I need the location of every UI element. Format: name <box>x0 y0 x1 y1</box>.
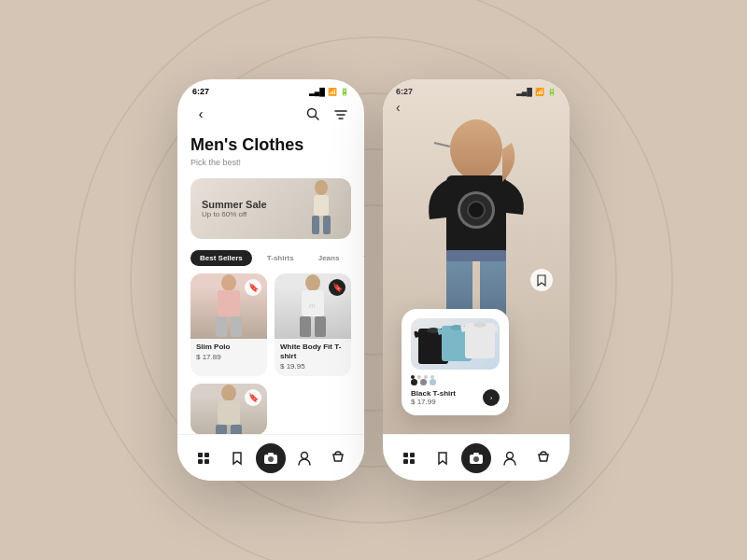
camera-lens[interactable] <box>458 191 495 229</box>
svg-point-23 <box>221 385 236 401</box>
nav-profile-right[interactable] <box>495 443 525 473</box>
status-bar-left: 6:27 ▂▄█ 📶 🔋 <box>177 79 364 100</box>
filter-button[interactable] <box>331 104 351 124</box>
nav-cart-right[interactable] <box>529 443 558 473</box>
signal-icon: ▂▄█ <box>309 88 325 96</box>
tab-best-sellers[interactable]: Best Sellers <box>190 250 252 266</box>
svg-rect-28 <box>204 453 209 457</box>
time-left: 6:27 <box>192 87 209 96</box>
back-button-right[interactable]: ‹ <box>396 100 401 115</box>
svg-point-36 <box>450 119 502 179</box>
wifi-icon-right: 📶 <box>535 88 544 96</box>
bookmark-polo[interactable]: 🔖 <box>245 279 261 296</box>
status-bar-right: 6:27 ▂▄█ 📶 🔋 <box>383 79 570 100</box>
svg-point-47 <box>473 322 486 328</box>
lens-inner <box>467 201 486 219</box>
back-button[interactable]: ‹ <box>190 104 211 124</box>
svg-rect-49 <box>410 453 415 457</box>
products-grid: 🔖 Slim Polo $ 17.89 m 🔖 <box>177 273 364 436</box>
svg-rect-16 <box>216 316 227 337</box>
product-popup: Black T-shirt $ 17.99 › <box>402 309 509 415</box>
category-tabs: Best Sellers T-shirts Jeans Trousers <box>177 246 364 273</box>
svg-rect-12 <box>312 216 319 234</box>
svg-rect-46 <box>465 323 495 358</box>
color-blue[interactable] <box>430 379 436 385</box>
svg-line-6 <box>316 117 319 120</box>
popup-product-image <box>411 318 500 370</box>
nav-right-icons <box>303 104 351 124</box>
svg-rect-30 <box>204 459 209 464</box>
product-card-trousers[interactable]: 🔖 <box>190 384 267 435</box>
svg-rect-51 <box>410 459 415 464</box>
page-title: Men's Clothes <box>190 135 351 156</box>
bookmark-right[interactable] <box>530 269 553 291</box>
svg-rect-48 <box>403 453 408 457</box>
svg-rect-33 <box>268 453 274 455</box>
svg-rect-22 <box>315 316 326 337</box>
svg-text:m: m <box>309 301 316 310</box>
popup-product-name: Black T-shirt <box>411 389 456 398</box>
svg-rect-41 <box>446 250 506 261</box>
product-info-polo: Slim Polo $ 17.89 <box>190 339 267 367</box>
banner-figure <box>303 180 340 236</box>
tab-jeans[interactable]: Jeans <box>309 250 349 266</box>
nav-bookmark[interactable] <box>222 443 252 473</box>
product-price-polo: $ 17.89 <box>196 353 261 361</box>
svg-rect-13 <box>323 216 331 234</box>
svg-rect-11 <box>314 195 329 216</box>
signal-icon-right: ▂▄█ <box>516 88 532 96</box>
svg-point-14 <box>221 274 236 291</box>
battery-icon: 🔋 <box>340 88 349 96</box>
nav-cart[interactable] <box>323 443 353 473</box>
bottom-nav-left <box>177 434 364 481</box>
time-right: 6:27 <box>396 87 413 96</box>
product-name-polo: Slim Polo <box>196 343 261 352</box>
color-black[interactable] <box>411 379 417 385</box>
phone-right: 6:27 ▂▄█ 📶 🔋 ‹ <box>383 79 570 481</box>
bottom-nav-right <box>383 434 570 481</box>
svg-point-53 <box>473 456 479 462</box>
tab-trousers[interactable]: Trousers <box>354 250 364 266</box>
color-gray[interactable] <box>420 379 427 385</box>
svg-rect-21 <box>300 316 311 337</box>
svg-point-55 <box>507 452 514 458</box>
svg-rect-24 <box>218 400 240 425</box>
svg-point-18 <box>305 274 320 291</box>
svg-rect-29 <box>198 459 203 464</box>
nav-profile[interactable] <box>289 443 319 473</box>
nav-camera-right[interactable] <box>461 443 491 473</box>
nav-home-right[interactable] <box>394 443 424 473</box>
wifi-icon: 📶 <box>328 88 337 96</box>
product-card-white[interactable]: m 🔖 White Body Fit T-shirt $ 19.95 <box>275 273 351 377</box>
svg-rect-17 <box>231 316 242 337</box>
page-subtitle: Pick the best! <box>190 158 351 167</box>
product-name-white: White Body Fit T-shirt <box>280 343 345 362</box>
svg-rect-15 <box>218 290 240 316</box>
bookmark-white[interactable]: 🔖 <box>329 279 345 296</box>
banner-title: Summer Sale <box>202 199 267 210</box>
tab-tshirts[interactable]: T-shirts <box>258 250 303 266</box>
nav-home[interactable] <box>189 443 218 473</box>
product-info-white: White Body Fit T-shirt $ 19.95 <box>275 339 351 377</box>
search-button[interactable] <box>303 104 323 124</box>
dot-2 <box>417 375 421 379</box>
phones-container: 6:27 ▂▄█ 📶 🔋 ‹ <box>177 79 570 481</box>
status-icons-left: ▂▄█ 📶 🔋 <box>309 88 349 96</box>
svg-rect-50 <box>403 459 408 464</box>
product-price-white: $ 19.95 <box>280 362 345 371</box>
popup-action-button[interactable]: › <box>483 389 500 406</box>
sale-banner[interactable]: Summer Sale Up to 60% off <box>190 178 351 239</box>
nav-bookmark-right[interactable] <box>428 443 458 473</box>
svg-rect-54 <box>473 453 479 455</box>
nav-camera[interactable] <box>256 443 286 473</box>
svg-point-10 <box>315 180 328 195</box>
banner-text: Summer Sale Up to 60% off <box>202 199 267 218</box>
phone-left: 6:27 ▂▄█ 📶 🔋 ‹ <box>177 79 364 481</box>
banner-subtitle: Up to 60% off <box>202 210 267 218</box>
popup-footer: Black T-shirt $ 17.99 › <box>411 389 500 406</box>
battery-icon-right: 🔋 <box>547 88 557 96</box>
popup-product-details: Black T-shirt $ 17.99 <box>411 389 456 406</box>
page-header: Men's Clothes Pick the best! <box>177 132 364 175</box>
product-card-polo[interactable]: 🔖 Slim Polo $ 17.89 <box>190 273 267 377</box>
nav-bar-left: ‹ <box>177 100 364 132</box>
